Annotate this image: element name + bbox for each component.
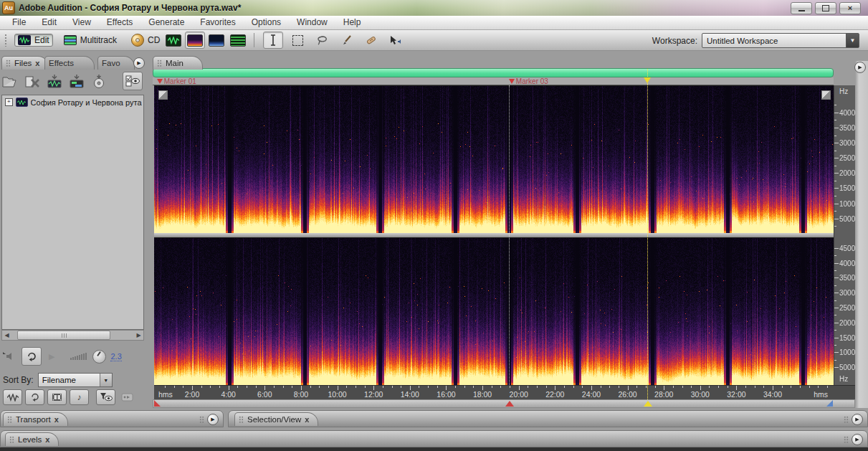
spectral-pan-display-button[interactable]	[206, 32, 226, 49]
tab-transport-close-icon[interactable]: x	[54, 416, 59, 424]
tab-selection-view[interactable]: Selection/View x	[234, 412, 318, 426]
marker-ruler[interactable]: Marker 01Marker 03	[153, 77, 834, 85]
tab-files-close-icon[interactable]: x	[35, 60, 39, 67]
loop-playback-button[interactable]	[22, 347, 42, 366]
menu-help[interactable]: Help	[335, 16, 369, 29]
insert-into-edit-button[interactable]	[46, 73, 63, 90]
effects-paintbrush-tool[interactable]	[336, 32, 356, 49]
marquee-selection-tool[interactable]	[287, 32, 307, 49]
lasso-selection-tool[interactable]	[312, 32, 332, 49]
files-options-toggle[interactable]	[123, 72, 143, 90]
import-file-button[interactable]	[1, 73, 19, 90]
scroll-right-icon[interactable]: ▶	[134, 331, 143, 340]
title-bar[interactable]: Au Adobe Audition - София Ротару и Черво…	[0, 0, 868, 16]
preview-play-icon[interactable]: ▶	[49, 352, 54, 361]
selection-view-panel-menu-button[interactable]: ▶	[852, 414, 863, 425]
workspace-dropdown[interactable]: Untitled Workspace ▼	[702, 33, 859, 48]
scrub-tool[interactable]	[385, 32, 405, 49]
waveform-display-button[interactable]	[163, 32, 183, 49]
spectral-display-button[interactable]	[185, 32, 205, 49]
spectral-phase-display-button[interactable]	[228, 32, 248, 49]
menu-effects[interactable]: Effects	[99, 16, 140, 29]
menu-window[interactable]: Window	[289, 16, 335, 29]
spectrogram-right-channel[interactable]	[154, 237, 834, 386]
time-tick	[247, 386, 247, 388]
close-button[interactable]: ×	[839, 2, 861, 14]
menu-edit[interactable]: Edit	[34, 16, 65, 29]
preview-speed-value[interactable]: 2.3	[110, 352, 121, 361]
volume-meter-icon[interactable]	[70, 353, 87, 360]
file-tree-item[interactable]: + София Ротару и Червона рута.	[2, 95, 143, 107]
time-label: 24:00	[582, 390, 601, 399]
menu-generate[interactable]: Generate	[140, 16, 192, 29]
time-tick	[528, 386, 528, 388]
show-audio-files-button[interactable]	[3, 389, 22, 405]
edit-view-button[interactable]: Edit	[14, 34, 53, 47]
timeline-ruler[interactable]: 2:004:006:008:0010:0012:0014:0016:0018:0…	[154, 385, 855, 399]
multitrack-view-button[interactable]: Multitrack	[60, 34, 120, 47]
scrollbar-thumb[interactable]	[17, 331, 110, 340]
time-tick	[219, 386, 220, 388]
main-panel-menu-button[interactable]: ▶	[854, 62, 866, 73]
tab-main[interactable]: Main	[153, 56, 203, 70]
show-midi-files-button[interactable]: ♪	[70, 389, 89, 405]
advanced-options-button[interactable]	[118, 390, 136, 404]
tab-files[interactable]: Files x	[1, 56, 49, 70]
tab-effects[interactable]: Effects	[44, 56, 95, 70]
selection-start-handle-icon[interactable]	[154, 400, 161, 407]
tab-levels-close-icon[interactable]: x	[45, 436, 49, 444]
time-selection-tool[interactable]	[263, 32, 283, 49]
spot-healing-brush-tool[interactable]	[361, 32, 381, 49]
time-tick	[419, 386, 419, 388]
sort-by-dropdown[interactable]: Filename ▼	[38, 373, 113, 387]
spectrogram-left-channel[interactable]	[154, 85, 834, 234]
minimize-button[interactable]	[791, 2, 812, 14]
auto-play-speaker-icon[interactable]	[1, 351, 17, 362]
menu-file[interactable]: File	[4, 16, 34, 29]
selection-corner-handle-right-icon[interactable]	[821, 90, 831, 100]
selection-view-panel-header: Selection/View x ▶	[228, 410, 868, 427]
time-tick	[818, 386, 819, 388]
marker-1[interactable]: Marker 01	[157, 77, 196, 85]
playhead-cursor-line[interactable]	[647, 69, 648, 399]
show-loop-files-button[interactable]	[25, 389, 44, 405]
close-file-button[interactable]	[24, 73, 41, 90]
menu-view[interactable]: View	[65, 16, 99, 29]
film-icon	[52, 393, 62, 402]
menu-favorites[interactable]: Favorites	[192, 16, 243, 29]
frequency-ruler[interactable]: Hz40000350003000025000200001500010000500…	[834, 85, 855, 385]
selection-end-handle-icon[interactable]	[826, 400, 833, 407]
levels-panel-menu-button[interactable]: ▶	[852, 434, 863, 445]
tab-levels[interactable]: Levels x	[5, 432, 59, 446]
expand-icon[interactable]: +	[5, 98, 13, 106]
playhead-bottom-indicator-icon[interactable]	[644, 401, 652, 407]
selection-corner-handle-left-icon[interactable]	[158, 90, 168, 100]
zoom-navigation-bar[interactable]	[153, 68, 834, 77]
cd-view-button[interactable]: CD	[128, 32, 163, 48]
menu-options[interactable]: Options	[244, 16, 289, 29]
marker-flag-icon[interactable]	[157, 79, 163, 84]
sort-dropdown-arrow-icon[interactable]: ▼	[100, 374, 112, 386]
transport-panel-menu-button[interactable]: ▶	[207, 414, 219, 425]
tab-selection-view-close-icon[interactable]: x	[305, 416, 309, 424]
tab-transport[interactable]: Transport x	[3, 412, 68, 426]
files-panel-menu-button[interactable]: ▶	[133, 57, 145, 69]
toolbar-grip[interactable]	[4, 34, 7, 47]
insert-into-cd-button[interactable]	[90, 73, 108, 90]
playhead-handle-icon[interactable]	[644, 77, 651, 83]
selection-range-bar[interactable]	[153, 399, 855, 408]
restore-button[interactable]	[815, 2, 836, 14]
insert-into-multitrack-button[interactable]	[68, 73, 85, 90]
marker-flag-icon[interactable]	[509, 79, 515, 84]
freq-tick	[834, 293, 839, 293]
scroll-left-icon[interactable]: ◀	[2, 331, 11, 340]
preview-volume-knob[interactable]	[92, 350, 106, 364]
filter-options-button[interactable]	[96, 389, 115, 405]
workspace-dropdown-arrow-icon[interactable]: ▼	[846, 34, 859, 47]
marker-2[interactable]: Marker 03	[509, 77, 548, 85]
marker-03-bottom-indicator-icon[interactable]	[505, 401, 514, 407]
files-horizontal-scrollbar[interactable]: ◀ ▶	[1, 330, 144, 341]
tab-favorites[interactable]: Favo	[97, 56, 135, 70]
time-tick	[800, 386, 801, 388]
show-video-files-button[interactable]	[47, 389, 67, 405]
